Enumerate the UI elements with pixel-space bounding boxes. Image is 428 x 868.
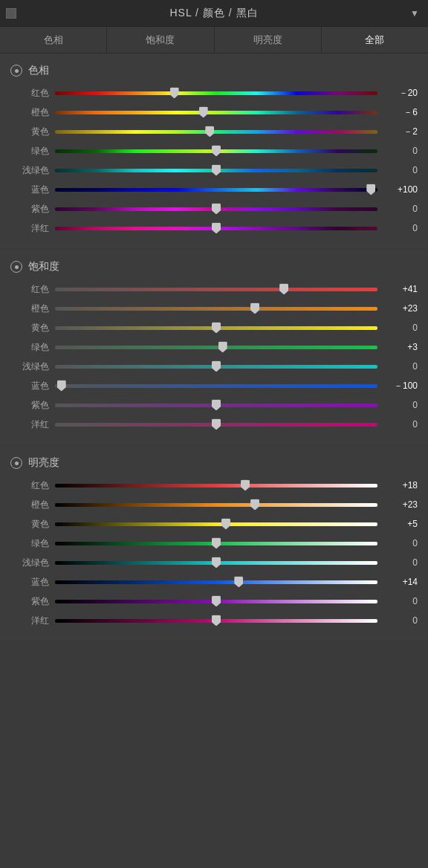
slider-thumb-luminance-3[interactable]: [212, 538, 221, 549]
slider-thumb-luminance-5[interactable]: [234, 577, 243, 588]
slider-row-saturation-1: 橙色+23: [0, 299, 428, 318]
slider-thumb-saturation-4[interactable]: [212, 361, 221, 372]
slider-track-wrap-saturation-1[interactable]: [55, 303, 377, 314]
slider-thumb-hue-6[interactable]: [212, 204, 221, 215]
slider-thumb-hue-1[interactable]: [199, 107, 208, 118]
slider-label-hue-2: 黄色: [10, 126, 49, 138]
slider-track-wrap-hue-3[interactable]: [55, 146, 377, 156]
slider-row-hue-3: 绿色0: [0, 141, 428, 161]
slider-row-hue-7: 洋红0: [0, 218, 428, 238]
slider-track-saturation-5: [55, 384, 377, 388]
slider-row-luminance-6: 紫色0: [0, 592, 428, 611]
slider-thumb-saturation-2[interactable]: [212, 323, 221, 334]
slider-value-hue-7: 0: [382, 223, 418, 233]
slider-label-hue-1: 橙色: [10, 106, 49, 119]
section-saturation: 饱和度红色+41橙色+23黄色0绿色+3浅绿色0蓝色－100紫色0洋红0: [0, 250, 428, 444]
slider-track-wrap-luminance-2[interactable]: [55, 519, 377, 529]
slider-thumb-hue-2[interactable]: [205, 126, 214, 137]
slider-track-wrap-saturation-7[interactable]: [55, 419, 377, 430]
slider-value-luminance-7: 0: [382, 615, 418, 626]
section-target-icon-saturation[interactable]: [10, 261, 22, 273]
slider-track-luminance-2: [55, 522, 377, 526]
slider-thumb-luminance-4[interactable]: [212, 557, 221, 569]
slider-value-saturation-3: +3: [382, 342, 418, 352]
slider-track-hue-7: [55, 227, 377, 230]
slider-track-wrap-luminance-1[interactable]: [55, 499, 377, 510]
slider-label-saturation-2: 黄色: [10, 322, 49, 334]
slider-row-saturation-4: 浅绿色0: [0, 357, 428, 376]
tab-hue[interactable]: 色相: [0, 27, 107, 53]
slider-value-hue-4: 0: [382, 165, 418, 175]
slider-row-luminance-3: 绿色0: [0, 534, 428, 553]
tab-saturation[interactable]: 饱和度: [107, 27, 214, 53]
slider-label-hue-0: 红色: [10, 87, 49, 100]
slider-track-wrap-hue-1[interactable]: [55, 107, 377, 117]
slider-value-hue-3: 0: [382, 146, 418, 156]
slider-thumb-luminance-2[interactable]: [221, 519, 230, 530]
slider-track-wrap-hue-5[interactable]: [55, 184, 377, 195]
slider-thumb-saturation-0[interactable]: [279, 284, 288, 295]
dropdown-arrow-icon[interactable]: ▼: [410, 8, 419, 19]
slider-track-wrap-luminance-0[interactable]: [55, 480, 377, 490]
slider-row-luminance-7: 洋红0: [0, 611, 428, 630]
slider-thumb-luminance-1[interactable]: [250, 499, 259, 511]
slider-track-wrap-saturation-3[interactable]: [55, 342, 377, 352]
slider-thumb-saturation-3[interactable]: [218, 342, 227, 353]
section-header-hue: 色相: [0, 61, 428, 83]
slider-thumb-hue-7[interactable]: [212, 223, 221, 234]
slider-row-hue-1: 橙色－6: [0, 103, 428, 122]
slider-label-hue-7: 洋红: [10, 222, 49, 235]
slider-track-hue-4: [55, 169, 377, 172]
slider-track-wrap-hue-2[interactable]: [55, 126, 377, 137]
slider-track-luminance-4: [55, 561, 377, 565]
slider-track-wrap-saturation-0[interactable]: [55, 284, 377, 294]
slider-value-hue-2: －2: [382, 126, 418, 138]
slider-track-wrap-hue-6[interactable]: [55, 204, 377, 214]
section-header-luminance: 明亮度: [0, 453, 428, 476]
section-target-icon-luminance[interactable]: [10, 457, 22, 469]
slider-track-wrap-hue-0[interactable]: [55, 88, 377, 98]
slider-thumb-luminance-0[interactable]: [241, 480, 250, 491]
tab-all[interactable]: 全部: [322, 27, 428, 53]
slider-thumb-luminance-6[interactable]: [212, 596, 221, 607]
slider-thumb-hue-0[interactable]: [170, 88, 179, 99]
slider-thumb-luminance-7[interactable]: [212, 615, 221, 626]
slider-row-hue-5: 蓝色+100: [0, 180, 428, 199]
slider-label-saturation-4: 浅绿色: [10, 360, 49, 373]
slider-thumb-hue-5[interactable]: [366, 184, 375, 195]
slider-thumb-saturation-5[interactable]: [57, 380, 66, 392]
slider-row-hue-2: 黄色－2: [0, 122, 428, 141]
slider-row-luminance-4: 浅绿色0: [0, 553, 428, 572]
slider-track-wrap-luminance-6[interactable]: [55, 596, 377, 606]
section-target-icon-hue[interactable]: [10, 65, 22, 77]
section-header-saturation: 饱和度: [0, 257, 428, 279]
slider-row-saturation-5: 蓝色－100: [0, 376, 428, 395]
slider-track-wrap-hue-4[interactable]: [55, 165, 377, 175]
slider-track-wrap-saturation-5[interactable]: [55, 380, 377, 391]
slider-label-luminance-7: 洋红: [10, 615, 49, 627]
slider-thumb-saturation-1[interactable]: [250, 303, 259, 314]
slider-track-wrap-hue-7[interactable]: [55, 223, 377, 233]
slider-value-saturation-6: 0: [382, 400, 418, 410]
slider-row-saturation-2: 黄色0: [0, 318, 428, 337]
slider-thumb-saturation-6[interactable]: [212, 400, 221, 411]
slider-track-hue-1: [55, 111, 377, 114]
slider-track-saturation-6: [55, 404, 377, 407]
slider-track-saturation-4: [55, 365, 377, 369]
slider-thumb-saturation-7[interactable]: [212, 419, 221, 430]
slider-thumb-hue-3[interactable]: [212, 146, 221, 157]
slider-track-wrap-luminance-3[interactable]: [55, 538, 377, 548]
slider-track-wrap-luminance-4[interactable]: [55, 557, 377, 568]
slider-track-wrap-saturation-6[interactable]: [55, 400, 377, 410]
tab-luminance[interactable]: 明亮度: [215, 27, 322, 53]
slider-track-wrap-luminance-5[interactable]: [55, 577, 377, 587]
slider-track-wrap-saturation-4[interactable]: [55, 361, 377, 372]
slider-row-hue-0: 红色－20: [0, 83, 428, 103]
slider-row-saturation-0: 红色+41: [0, 279, 428, 299]
slider-track-wrap-saturation-2[interactable]: [55, 323, 377, 333]
slider-row-saturation-7: 洋红0: [0, 415, 428, 434]
slider-thumb-hue-4[interactable]: [212, 165, 221, 176]
slider-value-hue-0: －20: [382, 87, 418, 100]
slider-track-wrap-luminance-7[interactable]: [55, 615, 377, 626]
slider-track-luminance-7: [55, 619, 377, 623]
